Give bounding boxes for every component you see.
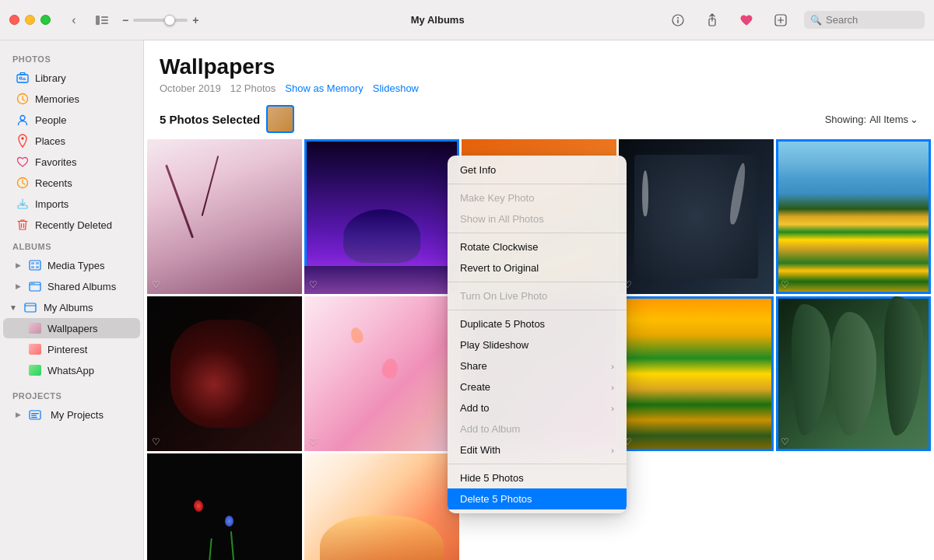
minimize-button[interactable] [25, 15, 35, 25]
ctx-separator-2 [448, 233, 627, 233]
titlebar: ‹ − + My Albums [0, 0, 934, 40]
close-button[interactable] [9, 15, 19, 25]
ctx-show-all-photos: Show in All Photos [448, 208, 627, 229]
showing-label: Showing: [825, 114, 866, 125]
ctx-duplicate[interactable]: Duplicate 5 Photos [448, 313, 627, 334]
sidebar-item-people[interactable]: People [3, 110, 140, 130]
svg-rect-20 [31, 266, 34, 268]
sidebar-item-imports[interactable]: Imports [3, 194, 140, 214]
favorite-button[interactable] [736, 9, 757, 31]
info-button[interactable] [667, 9, 689, 31]
wallpapers-album-icon [28, 321, 42, 335]
search-input[interactable] [826, 14, 911, 26]
ctx-make-key-photo: Make Key Photo [448, 187, 627, 208]
photo-cell-1[interactable]: ♡ [147, 139, 302, 294]
zoom-out-button[interactable]: − [122, 14, 128, 26]
photo-heart-2: ♡ [309, 279, 318, 290]
ctx-turn-on-live: Turn On Live Photo [448, 285, 627, 306]
sidebar-label-pinterest: Pinterest [47, 344, 87, 355]
showing-control: Showing: All Items ⌄ [825, 114, 918, 125]
sidebar-item-favorites[interactable]: Favorites [3, 152, 140, 172]
ctx-create[interactable]: Create › [448, 376, 627, 397]
ctx-separator-3 [448, 282, 627, 282]
sidebar-item-recents[interactable]: Recents [3, 173, 140, 193]
ctx-delete-photos[interactable]: Delete 5 Photos [448, 488, 627, 509]
ctx-add-to[interactable]: Add to › [448, 397, 627, 418]
search-box[interactable]: 🔍 [804, 11, 925, 29]
sidebar-item-shared-albums[interactable]: ▶ Shared Albums [3, 276, 140, 296]
photo-cell-6[interactable]: ♡ [147, 296, 302, 451]
photo-cell-10[interactable]: ♡ [776, 296, 931, 451]
ctx-share[interactable]: Share › [448, 355, 627, 376]
slideshow-link[interactable]: Slideshow [373, 82, 419, 94]
zoom-in-button[interactable]: + [192, 14, 198, 26]
sidebar-label-recents: Recents [35, 177, 72, 189]
back-button[interactable]: ‹ [63, 9, 85, 31]
sidebar-label-people: People [35, 114, 66, 126]
sidebar-label-memories: Memories [35, 93, 79, 105]
photo-cell-2[interactable]: ♡ [304, 139, 459, 294]
svg-point-10 [19, 77, 22, 79]
ctx-edit-with[interactable]: Edit With › [448, 439, 627, 460]
sidebar-toggle-button[interactable] [91, 9, 113, 31]
traffic-lights [9, 15, 51, 25]
recently-deleted-icon [16, 218, 30, 232]
share-button[interactable] [701, 9, 723, 31]
photo-cell-4[interactable]: ♡ [619, 139, 774, 294]
zoom-slider[interactable] [133, 19, 188, 22]
photo-cell-5[interactable]: ♡ [776, 139, 931, 294]
ctx-get-info[interactable]: Get Info [448, 159, 627, 180]
ctx-create-arrow: › [611, 383, 614, 392]
sidebar: Photos Library Memories [0, 40, 144, 560]
pinterest-album-icon [28, 342, 42, 356]
fullscreen-button[interactable] [40, 15, 51, 25]
sidebar-item-memories[interactable]: Memories [3, 89, 140, 109]
ctx-play-slideshow[interactable]: Play Slideshow [448, 334, 627, 355]
show-as-memory-link[interactable]: Show as Memory [285, 82, 363, 94]
context-menu[interactable]: Get Info Make Key Photo Show in All Phot… [448, 156, 627, 513]
sidebar-item-places[interactable]: Places [3, 131, 140, 151]
album-title: Wallpapers [160, 54, 918, 79]
add-button[interactable] [770, 9, 792, 31]
showing-dropdown[interactable]: All Items ⌄ [869, 114, 918, 125]
sidebar-label-favorites: Favorites [35, 156, 76, 168]
photo-cell-12[interactable] [304, 453, 459, 560]
zoom-control: − + [122, 14, 198, 26]
sidebar-label-shared-albums: Shared Albums [47, 281, 116, 292]
sidebar-item-media-types[interactable]: ▶ Media Types [3, 255, 140, 275]
svg-rect-11 [20, 73, 25, 75]
svg-rect-5 [677, 19, 678, 23]
ctx-separator-5 [448, 464, 627, 464]
svg-rect-28 [31, 415, 37, 416]
photo-cell-9[interactable]: ♡ [619, 296, 774, 451]
svg-rect-2 [101, 19, 108, 21]
media-types-icon [28, 258, 42, 272]
zoom-thumb[interactable] [164, 15, 175, 26]
photo-count: 12 Photos [230, 82, 276, 94]
svg-rect-25 [25, 303, 36, 312]
sidebar-label-imports: Imports [35, 198, 68, 210]
ctx-hide-photos[interactable]: Hide 5 Photos [448, 467, 627, 488]
sidebar-item-recently-deleted[interactable]: Recently Deleted [3, 215, 140, 235]
sidebar-my-albums-disclosure[interactable]: ▼ My Albums [3, 297, 140, 317]
sidebar-item-wallpapers[interactable]: Wallpapers [3, 318, 140, 338]
photo-heart-5: ♡ [781, 279, 789, 290]
selection-thumbnail [266, 105, 294, 133]
ctx-add-to-album: Add to Album [448, 418, 627, 439]
sidebar-label-whatsapp: WhatsApp [47, 365, 94, 376]
sidebar-item-library[interactable]: Library [3, 68, 140, 88]
ctx-revert-original[interactable]: Revert to Original [448, 257, 627, 278]
ctx-edit-with-arrow: › [611, 446, 614, 455]
photo-cell-11[interactable]: ♡ [147, 453, 302, 560]
ctx-rotate-clockwise[interactable]: Rotate Clockwise [448, 236, 627, 257]
svg-rect-16 [18, 205, 27, 208]
sidebar-item-whatsapp[interactable]: WhatsApp [3, 360, 140, 380]
svg-rect-22 [30, 282, 40, 291]
sidebar-item-pinterest[interactable]: Pinterest [3, 339, 140, 359]
ctx-separator-4 [448, 310, 627, 310]
sidebar-label-places: Places [35, 135, 65, 147]
people-icon [16, 113, 30, 127]
titlebar-actions: 🔍 [667, 9, 925, 31]
photo-cell-7[interactable]: ♡ [304, 296, 459, 451]
sidebar-item-my-projects[interactable]: ▶ My Projects [3, 404, 140, 425]
